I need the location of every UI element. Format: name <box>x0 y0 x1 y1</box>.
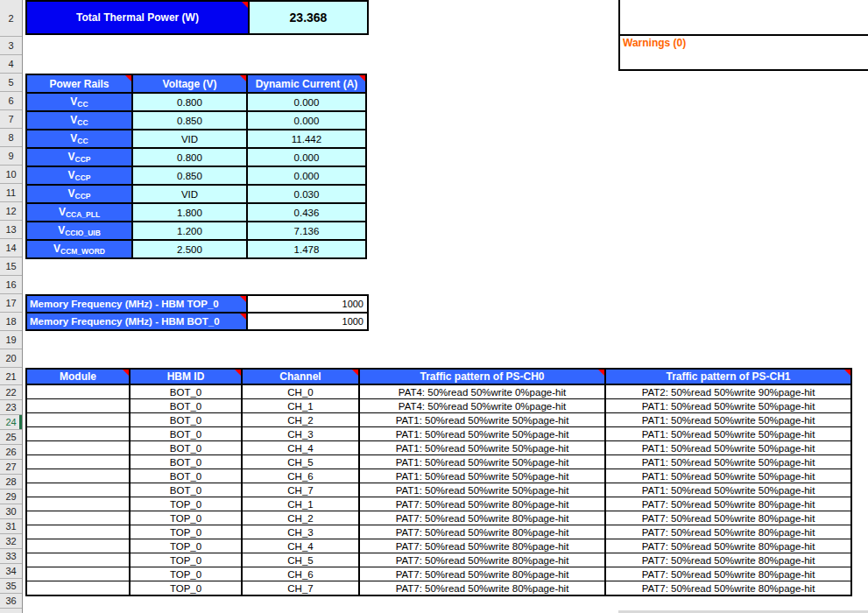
row-header-18[interactable]: 18 <box>0 313 22 331</box>
row-header-27[interactable]: 27 <box>0 460 22 475</box>
traffic-ps-ch1-cell[interactable]: PAT7: 50%read 50%write 80%page-hit <box>605 581 851 596</box>
power-rail-name-cell[interactable]: VCCP <box>26 185 132 203</box>
voltage-cell[interactable]: VID <box>132 130 247 148</box>
row-header-19[interactable]: 19 <box>0 331 22 349</box>
channel-cell[interactable]: CH_5 <box>242 455 359 469</box>
row-header-29[interactable]: 29 <box>0 490 22 504</box>
traffic-ps-ch0-cell[interactable]: PAT1: 50%read 50%write 50%page-hit <box>359 413 605 427</box>
channel-cell[interactable]: CH_6 <box>242 469 359 483</box>
module-cell[interactable] <box>26 553 130 567</box>
traffic-ps-ch1-cell[interactable]: PAT1: 50%read 50%write 50%page-hit <box>605 399 851 413</box>
row-header-7[interactable]: 7 <box>0 110 22 129</box>
voltage-header-cell[interactable]: Voltage (V) <box>132 74 247 93</box>
voltage-cell[interactable]: 0.800 <box>132 93 247 111</box>
traffic-ps-ch1-cell[interactable]: PAT7: 50%read 50%write 80%page-hit <box>605 539 851 553</box>
traffic-ps-ch1-cell[interactable]: PAT7: 50%read 50%write 80%page-hit <box>605 525 851 539</box>
traffic-ps-ch1-cell[interactable]: PAT7: 50%read 50%write 80%page-hit <box>605 567 851 581</box>
channel-cell[interactable]: CH_0 <box>242 384 359 399</box>
module-header-cell[interactable]: Module <box>26 369 130 384</box>
traffic-ps-ch0-cell[interactable]: PAT4: 50%read 50%write 0%page-hit <box>359 384 605 399</box>
row-header-31[interactable]: 31 <box>0 519 22 534</box>
traffic-ps-ch1-cell[interactable]: PAT2: 50%read 50%write 90%page-hit <box>605 384 851 399</box>
voltage-cell[interactable]: 0.800 <box>132 148 247 166</box>
hbm-id-cell[interactable]: BOT_0 <box>130 413 242 427</box>
hbm-id-cell[interactable]: BOT_0 <box>130 399 242 413</box>
traffic-ps-ch0-cell[interactable]: PAT7: 50%read 50%write 80%page-hit <box>359 567 605 581</box>
hbm-id-cell[interactable]: BOT_0 <box>130 427 242 441</box>
traffic-ps-ch0-cell[interactable]: PAT7: 50%read 50%write 80%page-hit <box>359 581 605 596</box>
hbm-id-cell[interactable]: BOT_0 <box>130 483 242 497</box>
power-rail-name-cell[interactable]: VCC <box>26 111 132 130</box>
traffic-ps-ch0-cell[interactable]: PAT1: 50%read 50%write 50%page-hit <box>359 427 605 441</box>
row-header-22[interactable]: 22 <box>0 385 22 400</box>
traffic-ps-ch0-header-cell[interactable]: Traffic pattern of PS-CH0 <box>359 369 605 384</box>
dynamic-current-cell[interactable]: 0.000 <box>247 166 366 185</box>
traffic-ps-ch0-cell[interactable]: PAT1: 50%read 50%write 50%page-hit <box>359 455 605 469</box>
row-header-24[interactable]: 24 <box>0 415 22 430</box>
traffic-ps-ch1-cell[interactable]: PAT7: 50%read 50%write 80%page-hit <box>605 511 851 525</box>
power-rail-name-cell[interactable]: VCC <box>26 93 132 111</box>
channel-cell[interactable]: CH_7 <box>242 483 359 497</box>
channel-cell[interactable]: CH_4 <box>242 441 359 455</box>
voltage-cell[interactable]: 0.850 <box>132 166 247 185</box>
channel-cell[interactable]: CH_2 <box>242 413 359 427</box>
hbm-id-cell[interactable]: TOP_0 <box>130 497 242 511</box>
row-header-23[interactable]: 23 <box>0 400 22 415</box>
hbm-id-cell[interactable]: TOP_0 <box>130 539 242 553</box>
hbm-id-cell[interactable]: TOP_0 <box>130 567 242 581</box>
dynamic-current-cell[interactable]: 0.030 <box>247 185 366 203</box>
channel-cell[interactable]: CH_3 <box>242 427 359 441</box>
row-header-4[interactable]: 4 <box>0 55 22 74</box>
traffic-ps-ch0-cell[interactable]: PAT7: 50%read 50%write 80%page-hit <box>359 553 605 567</box>
hbm-id-cell[interactable]: BOT_0 <box>130 469 242 483</box>
row-header-13[interactable]: 13 <box>0 221 22 239</box>
channel-cell[interactable]: CH_3 <box>242 525 359 539</box>
traffic-ps-ch1-cell[interactable]: PAT1: 50%read 50%write 50%page-hit <box>605 455 851 469</box>
row-header-8[interactable]: 8 <box>0 129 22 147</box>
row-header-16[interactable]: 16 <box>0 276 22 294</box>
memory-frequency-label-bot[interactable]: Memory Frequency (MHz) - HBM BOT_0 <box>27 314 248 329</box>
traffic-ps-ch1-cell[interactable]: PAT1: 50%read 50%write 50%page-hit <box>605 441 851 455</box>
channel-cell[interactable]: CH_1 <box>242 399 359 413</box>
voltage-cell[interactable]: 2.500 <box>132 240 247 258</box>
voltage-cell[interactable]: 1.200 <box>132 222 247 240</box>
traffic-ps-ch0-cell[interactable]: PAT7: 50%read 50%write 80%page-hit <box>359 539 605 553</box>
row-header-10[interactable]: 10 <box>0 166 22 184</box>
memory-frequency-value-bot[interactable]: 1000 <box>248 314 367 329</box>
channel-cell[interactable]: CH_1 <box>242 497 359 511</box>
hbm-id-cell[interactable]: TOP_0 <box>130 581 242 596</box>
row-header-25[interactable]: 25 <box>0 430 22 445</box>
row-header-14[interactable]: 14 <box>0 239 22 257</box>
module-cell[interactable] <box>26 511 130 525</box>
traffic-ps-ch0-cell[interactable]: PAT7: 50%read 50%write 80%page-hit <box>359 511 605 525</box>
power-rails-header-cell[interactable]: Power Rails <box>26 74 132 93</box>
module-cell[interactable] <box>26 525 130 539</box>
power-rail-name-cell[interactable]: VCCM_WORD <box>26 240 132 258</box>
row-header-33[interactable]: 33 <box>0 549 22 564</box>
channel-header-cell[interactable]: Channel <box>242 369 359 384</box>
row-header-28[interactable]: 28 <box>0 475 22 490</box>
module-cell[interactable] <box>26 497 130 511</box>
row-header-21[interactable]: 21 <box>0 368 22 385</box>
row-header-17[interactable]: 17 <box>0 294 22 313</box>
traffic-ps-ch0-cell[interactable]: PAT1: 50%read 50%write 50%page-hit <box>359 469 605 483</box>
row-header-30[interactable]: 30 <box>0 504 22 519</box>
hbm-id-cell[interactable]: BOT_0 <box>130 455 242 469</box>
module-cell[interactable] <box>26 399 130 413</box>
traffic-ps-ch0-cell[interactable]: PAT7: 50%read 50%write 80%page-hit <box>359 525 605 539</box>
dynamic-current-cell[interactable]: 11.442 <box>247 130 366 148</box>
total-thermal-power-label[interactable]: Total Thermal Power (W) <box>27 2 250 33</box>
power-rail-name-cell[interactable]: VCCP <box>26 166 132 185</box>
row-header-34[interactable]: 34 <box>0 564 22 579</box>
status-cell-empty[interactable] <box>620 0 868 36</box>
traffic-ps-ch1-cell[interactable]: PAT7: 50%read 50%write 80%page-hit <box>605 497 851 511</box>
module-cell[interactable] <box>26 469 130 483</box>
row-header-6[interactable]: 6 <box>0 92 22 110</box>
row-header-35[interactable]: 35 <box>0 579 22 594</box>
traffic-ps-ch0-cell[interactable]: PAT7: 50%read 50%write 80%page-hit <box>359 497 605 511</box>
traffic-ps-ch1-cell[interactable]: PAT1: 50%read 50%write 50%page-hit <box>605 413 851 427</box>
traffic-ps-ch1-header-cell[interactable]: Traffic pattern of PS-CH1 <box>605 369 851 384</box>
channel-cell[interactable]: CH_5 <box>242 553 359 567</box>
module-cell[interactable] <box>26 427 130 441</box>
hbm-id-cell[interactable]: BOT_0 <box>130 384 242 399</box>
